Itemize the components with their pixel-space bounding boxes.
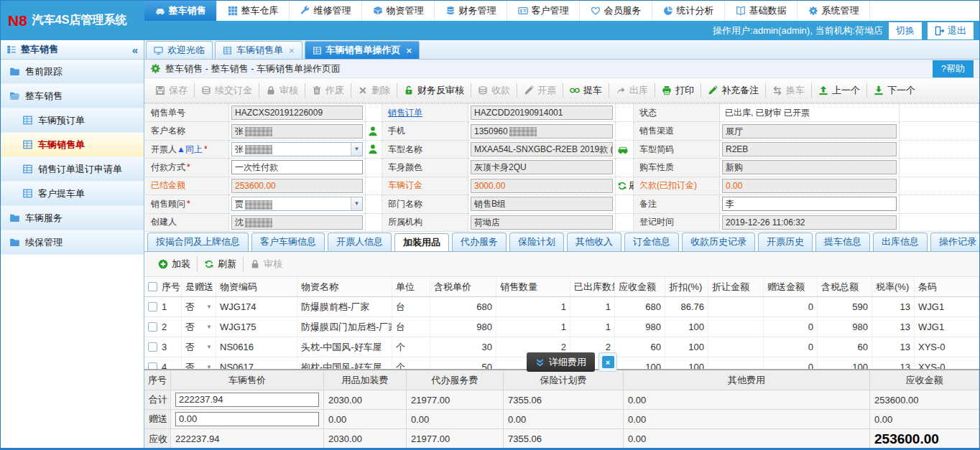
nav-tab[interactable]: 客户管理: [507, 1, 580, 21]
fee-input[interactable]: 222237.94: [175, 393, 319, 407]
person-icon[interactable]: [367, 126, 379, 137]
logout-button[interactable]: 退出: [928, 22, 974, 39]
detail-tab[interactable]: 开票人信息: [328, 233, 392, 251]
sales-order-link[interactable]: 销售订单: [388, 107, 422, 119]
table-cell: WJG1: [915, 297, 979, 317]
detail-tab[interactable]: 订金信息: [624, 233, 679, 251]
sidebar-item[interactable]: 车辆预订单: [1, 108, 144, 133]
sidebar-item[interactable]: 车辆服务: [1, 206, 144, 230]
toolbar-button[interactable]: 提车: [563, 78, 609, 103]
nav-tab[interactable]: 物资管理: [362, 1, 435, 21]
form-field[interactable]: 新购: [722, 160, 897, 174]
detail-tab[interactable]: 操作记录: [930, 233, 979, 251]
workspace-tab[interactable]: 车辆销售单×: [215, 41, 302, 59]
workspace-tab[interactable]: 欢迎光临: [146, 41, 213, 59]
form-field[interactable]: HAZCXS20191226009: [231, 106, 363, 120]
form-field[interactable]: MXAA54L-SNXGBC-R2EB 2019款 (: [471, 142, 613, 156]
detail-tab[interactable]: 提车信息: [815, 233, 870, 251]
nav-tab[interactable]: 整车销售: [144, 1, 217, 21]
form-field[interactable]: R2EB: [722, 142, 897, 156]
sidebar-menu: 售前跟踪整车销售车辆预订单车辆销售单销售订单退订申请单客户提车单车辆服务续保管理: [1, 60, 144, 255]
detail-tab[interactable]: 代办服务: [452, 233, 507, 251]
person-icon[interactable]: [367, 144, 379, 155]
toolbar-button: 删除: [351, 78, 397, 103]
toolbar-button[interactable]: 加装: [152, 252, 197, 276]
grid-header-cell: 销售数量: [496, 277, 570, 296]
form-field[interactable]: 253600.00: [231, 179, 363, 193]
nav-tab[interactable]: 会员服务: [580, 1, 652, 21]
sidebar-item[interactable]: 销售订单退订申请单: [1, 157, 144, 182]
nav-tab[interactable]: 维修管理: [290, 1, 362, 21]
sidebar-item[interactable]: 客户提车单: [1, 182, 144, 206]
table-row: 2否▼WJG175防爆膜四门加后档-厂家台98011980100098013WJ…: [144, 317, 979, 337]
row-checkbox[interactable]: [148, 322, 157, 332]
close-icon[interactable]: ×: [407, 45, 412, 56]
detail-tab[interactable]: 保险计划: [509, 233, 564, 251]
form-field[interactable]: 1350960: [471, 124, 613, 139]
gift-dropdown[interactable]: 否▼: [182, 317, 216, 337]
detail-tab[interactable]: 加装用品: [394, 233, 449, 252]
close-icon[interactable]: ×: [602, 356, 614, 368]
toolbar-button[interactable]: 上一个: [812, 78, 866, 103]
detail-tab[interactable]: 收款历史记录: [682, 233, 755, 251]
switch-org-button[interactable]: 切换: [889, 22, 922, 39]
sidebar-item[interactable]: 车辆销售单: [1, 133, 144, 157]
nav-tab[interactable]: 统计分析: [652, 1, 725, 21]
detail-fee-toggle[interactable]: 详细费用: [527, 352, 595, 372]
form-field[interactable]: 荷坳店: [471, 215, 613, 230]
box-icon: [373, 6, 383, 16]
form-field[interactable]: 沈: [231, 215, 363, 230]
form-field[interactable]: 灰顶卡身2QU: [471, 160, 613, 174]
fee-header-cell: 应收金额: [870, 370, 979, 390]
nav-tab[interactable]: 整车仓库: [217, 1, 290, 21]
fee-cell: 0.00: [324, 410, 407, 429]
form-field[interactable]: 张: [231, 124, 363, 139]
form-label-text: 车型名称: [388, 144, 422, 156]
toolbar-button[interactable]: 打印: [655, 78, 701, 103]
form-field[interactable]: HAZCDD20190914001: [471, 106, 613, 120]
detail-tab[interactable]: 按揭合同及上牌信息: [147, 233, 249, 251]
workspace-tab[interactable]: 车辆销售单操作页×: [305, 41, 420, 59]
detail-tab[interactable]: 其他收入: [567, 233, 621, 251]
nav-tab[interactable]: 基础数据: [725, 1, 798, 21]
toolbar-button[interactable]: 补充备注: [701, 78, 765, 103]
form-field[interactable]: 一次性付款: [231, 160, 363, 174]
fee-input[interactable]: 0.00: [175, 412, 319, 426]
detail-tab[interactable]: 开票历史: [758, 233, 813, 251]
form-field[interactable]: 展厅: [722, 124, 897, 139]
form-select[interactable]: 贾▼: [231, 197, 363, 211]
detail-tab[interactable]: 出库信息: [873, 233, 928, 251]
detail-tab[interactable]: 客户车辆信息: [251, 233, 325, 251]
censored-text: [245, 200, 272, 210]
form-cell-empty: [616, 195, 634, 213]
sidebar-item[interactable]: 整车销售: [1, 84, 144, 108]
help-button[interactable]: ?帮助: [933, 60, 974, 78]
form-field[interactable]: 0.00: [722, 179, 897, 193]
table-cell: 980: [818, 317, 872, 337]
nav-tab[interactable]: 系统管理: [798, 1, 870, 21]
form-field[interactable]: 李: [722, 197, 897, 211]
toolbar-button[interactable]: 财务反审核: [397, 78, 471, 103]
gift-dropdown[interactable]: 否▼: [182, 297, 216, 317]
nav-tab[interactable]: 财务管理: [435, 1, 507, 21]
row-checkbox[interactable]: [148, 342, 157, 352]
row-checkbox[interactable]: [148, 302, 157, 311]
sidebar-item[interactable]: 售前跟踪: [1, 60, 144, 84]
form-label-text: 客户名称: [151, 125, 185, 137]
toolbar-button[interactable]: 下一个: [867, 78, 922, 103]
toolbar-button: 换车: [766, 78, 811, 103]
table-cell: 个: [392, 337, 430, 357]
form-field[interactable]: 销售B组: [471, 197, 613, 211]
sidebar-item[interactable]: 续保管理: [1, 230, 144, 255]
sidebar-collapse-button[interactable]: «: [132, 44, 138, 56]
select-all-checkbox[interactable]: [148, 282, 157, 291]
form-select[interactable]: 张▼: [231, 142, 363, 156]
same-as-above-marker[interactable]: ▲同上: [177, 144, 203, 156]
form-field[interactable]: 2019-12-26 11:06:32: [722, 215, 897, 230]
close-icon[interactable]: ×: [289, 45, 295, 56]
pencil-icon: [524, 85, 534, 95]
form-field[interactable]: 3000.00: [471, 179, 613, 193]
car-icon[interactable]: [617, 144, 629, 155]
gift-dropdown[interactable]: 否▼: [182, 337, 216, 357]
toolbar-button[interactable]: 刷新: [198, 252, 243, 276]
